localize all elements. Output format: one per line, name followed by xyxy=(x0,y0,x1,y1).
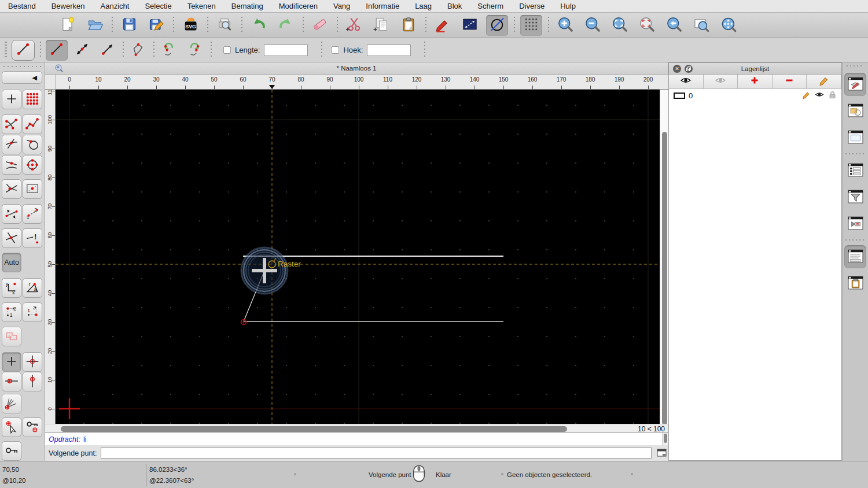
zoom-previous-button[interactable] xyxy=(663,15,685,36)
menu-aanzicht[interactable]: Aanzicht xyxy=(101,2,130,10)
panel-views-toggle-button[interactable] xyxy=(844,212,866,235)
menu-modificeren[interactable]: Modificeren xyxy=(279,2,318,10)
menu-bewerken[interactable]: Bewerken xyxy=(52,2,85,10)
panel-filter-toggle-button[interactable] xyxy=(844,186,866,209)
print-preview-button[interactable] xyxy=(214,15,236,36)
horizontal-scrollbar[interactable]: 10 < 100 xyxy=(45,424,668,432)
snap-cursor-button[interactable] xyxy=(2,417,21,437)
vertical-scrollbar-thumb[interactable] xyxy=(662,132,667,425)
close-panel-button[interactable]: ✕ xyxy=(673,65,681,73)
snap-extend-button[interactable] xyxy=(2,204,21,224)
export-svg-button[interactable]: SVG xyxy=(179,15,201,36)
zoom-out-button[interactable] xyxy=(582,15,604,36)
snap-grid-button[interactable] xyxy=(23,90,42,109)
key-point-button[interactable] xyxy=(23,417,42,437)
menu-laag[interactable]: Laag xyxy=(415,2,432,10)
zoom-window-button[interactable] xyxy=(690,15,712,36)
redo-point-button[interactable] xyxy=(183,40,205,61)
coord-polar-button[interactable]: ra xyxy=(23,278,42,298)
menu-blok[interactable]: Blok xyxy=(447,2,462,10)
layer-row[interactable]: 0 xyxy=(669,89,841,102)
length-input[interactable] xyxy=(264,45,308,56)
menu-bemating[interactable]: Bemating xyxy=(231,2,263,10)
edit-layer-pencil-sm-button[interactable] xyxy=(802,90,811,101)
auto-snap-button[interactable]: Auto xyxy=(2,253,21,272)
dimension-tool-button[interactable] xyxy=(459,15,481,36)
panel-objects-toggle-button[interactable] xyxy=(844,99,866,123)
ellipse-line-mode-button[interactable] xyxy=(486,15,508,36)
panel-command-toggle-button[interactable] xyxy=(844,245,866,268)
snap-center-button[interactable] xyxy=(23,155,42,175)
palette-drag-handle[interactable] xyxy=(3,66,41,69)
float-panel-button[interactable] xyxy=(685,65,693,73)
drawing-canvas[interactable]: Raster xyxy=(56,90,660,424)
polyline-tool-button[interactable] xyxy=(127,40,149,61)
undo-button[interactable] xyxy=(248,15,270,36)
menu-scherm[interactable]: Scherm xyxy=(477,2,503,10)
zoom-fit-button[interactable] xyxy=(609,15,631,36)
document-title-bar[interactable]: * Naamloos 1 xyxy=(45,62,668,75)
snap-divide-button[interactable]: 12 xyxy=(23,204,42,224)
grid-toggle-button[interactable] xyxy=(520,15,542,36)
construction-vline-button[interactable] xyxy=(23,372,42,391)
collapse-palette-button[interactable]: ◀ xyxy=(2,71,42,84)
snap-endpoint-button[interactable] xyxy=(2,114,21,134)
menu-vang[interactable]: Vang xyxy=(333,2,350,10)
length-checkbox[interactable] xyxy=(223,46,231,54)
sketch-pencil-button[interactable] xyxy=(432,15,454,36)
menu-informatie[interactable]: Informatie xyxy=(366,2,399,10)
show-layer-eye-disabled-button[interactable] xyxy=(704,75,738,88)
remove-layer-button[interactable] xyxy=(773,75,807,88)
prompt-input[interactable] xyxy=(101,448,652,459)
snap-perpendicular-button[interactable] xyxy=(2,179,21,199)
snap-polyline-points-button[interactable] xyxy=(23,114,42,134)
key-lock-button[interactable] xyxy=(2,441,21,461)
panel-lists-toggle-button[interactable] xyxy=(844,159,866,182)
copy-button[interactable] xyxy=(370,15,392,36)
paste-button[interactable] xyxy=(398,15,420,36)
line-arrow-button[interactable] xyxy=(97,40,119,61)
ortho-mode-button[interactable] xyxy=(2,327,21,346)
angle-input[interactable] xyxy=(367,45,411,56)
redo-button[interactable] xyxy=(275,15,297,36)
pan-view-button[interactable] xyxy=(718,15,740,36)
snap-window-button[interactable] xyxy=(23,179,42,199)
zoom-in-button[interactable] xyxy=(554,15,576,36)
current-tool-indicator[interactable] xyxy=(12,40,35,61)
undo-point-button[interactable] xyxy=(158,40,180,61)
coord-cartesian-button[interactable]: yx xyxy=(2,278,21,298)
save-button[interactable] xyxy=(118,15,140,36)
snap-intersection-button[interactable] xyxy=(2,135,21,154)
save-as-button[interactable] xyxy=(145,15,167,36)
panel-layers-toggle-button[interactable] xyxy=(844,73,866,96)
layer-color-swatch[interactable] xyxy=(674,93,685,99)
point-numbered-vertical-button[interactable]: 12 xyxy=(2,302,21,322)
menu-bestand[interactable]: Bestand xyxy=(8,2,36,10)
protractor-button[interactable] xyxy=(2,394,21,413)
command-history-scrollbar[interactable] xyxy=(662,433,668,446)
edit-layer-pencil-button[interactable] xyxy=(807,75,841,88)
menu-hulp[interactable]: Hulp xyxy=(560,2,576,10)
snap-invisible-intersection-button[interactable]: ! xyxy=(23,228,42,248)
open-file-button[interactable] xyxy=(84,15,106,36)
grid-plus-button[interactable] xyxy=(2,352,21,372)
panel-clipboard-toggle-button[interactable] xyxy=(844,272,866,295)
zoom-selection-button[interactable] xyxy=(636,15,658,36)
construction-hline-button[interactable] xyxy=(2,372,21,391)
menu-diverse[interactable]: Diverse xyxy=(519,2,545,10)
snap-plus-button[interactable] xyxy=(2,90,21,109)
cut-button[interactable] xyxy=(343,15,365,36)
add-layer-button[interactable] xyxy=(738,75,773,88)
panel-properties-toggle-button[interactable] xyxy=(844,126,866,149)
line-tool-button[interactable] xyxy=(46,40,68,61)
virtual-keypad-button[interactable] xyxy=(656,448,667,459)
line-both-arrows-button[interactable] xyxy=(71,40,93,61)
menu-selectie[interactable]: Selectie xyxy=(145,2,171,10)
layer-visibility-eye-button[interactable] xyxy=(815,91,824,100)
new-document-button[interactable] xyxy=(57,15,79,36)
vertical-scrollbar[interactable] xyxy=(660,90,668,424)
snap-cross-button[interactable] xyxy=(2,228,21,248)
construction-cross-button[interactable] xyxy=(23,352,42,372)
snap-tangent-button[interactable] xyxy=(23,135,42,154)
angle-checkbox[interactable] xyxy=(332,46,339,54)
